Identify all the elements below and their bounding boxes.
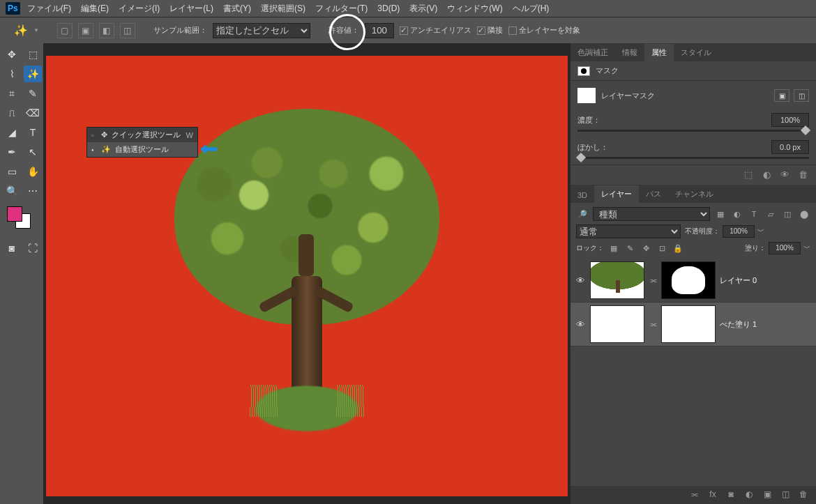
filter-image-icon[interactable]: ▦ (714, 208, 727, 220)
filter-adjust-icon[interactable]: ◐ (731, 208, 743, 220)
pixel-mask-button[interactable]: ▣ (774, 89, 789, 102)
brush-tool[interactable]: ✎ (24, 85, 42, 102)
group-icon[interactable]: ▣ (762, 489, 773, 501)
color-swatches[interactable] (3, 206, 42, 234)
layer-thumb[interactable] (590, 261, 644, 299)
foreground-swatch[interactable] (7, 206, 22, 222)
flyout-quick-select[interactable]: ○✥クイック選択ツールW (87, 128, 197, 142)
tolerance-input[interactable] (365, 23, 394, 38)
mask-thumb[interactable] (661, 261, 716, 299)
extra-tool[interactable]: ⋯ (24, 183, 42, 199)
visibility-toggle[interactable]: 👁 (575, 319, 586, 330)
feather-slider[interactable] (577, 157, 809, 159)
hand-tool[interactable]: ✋ (24, 163, 42, 180)
crop-tool[interactable]: ⌗ (3, 85, 21, 102)
menu-image[interactable]: イメージ(I) (119, 3, 160, 15)
quickmask-tool[interactable]: ◙ (3, 240, 21, 257)
layer-row[interactable]: 👁 ⫘ べた塗り 1 (571, 303, 816, 346)
screenmode-tool[interactable]: ⛶ (24, 240, 42, 257)
tab-info[interactable]: 情報 (615, 44, 644, 61)
feather-label: ぼかし： (577, 142, 615, 153)
filter-smart-icon[interactable]: ◫ (781, 208, 794, 220)
feather-value[interactable]: 0.0 px (771, 140, 809, 154)
density-value[interactable]: 100% (771, 113, 809, 127)
toggle-mask-icon[interactable]: 👁 (778, 169, 791, 181)
chevron-down-icon[interactable]: ▼ (33, 27, 39, 33)
visibility-toggle[interactable]: 👁 (575, 275, 586, 286)
tab-3d[interactable]: 3D (571, 188, 594, 203)
link-icon[interactable]: ⫘ (649, 276, 657, 284)
layer-row[interactable]: 👁 ⫘ レイヤー 0 (571, 259, 816, 303)
canvas-area: ○✥クイック選択ツールW ●✨自動選択ツール (43, 43, 571, 504)
canvas[interactable] (46, 56, 568, 496)
blend-mode-select[interactable]: 通常 (576, 224, 681, 238)
fill-value[interactable]: 100% (769, 242, 801, 254)
menu-file[interactable]: ファイル(F) (27, 3, 71, 15)
opacity-value[interactable]: 100% (723, 225, 755, 238)
link-icon[interactable]: ⫘ (649, 320, 657, 328)
tab-paths[interactable]: パス (639, 185, 668, 203)
search-icon: 🔎 (576, 208, 589, 220)
gradient-tool[interactable]: ◢ (3, 124, 21, 141)
menu-view[interactable]: 表示(V) (409, 3, 437, 15)
zoom-tool[interactable]: 🔍 (3, 183, 21, 199)
layer-name[interactable]: レイヤー 0 (720, 275, 757, 286)
flyout-magic-wand[interactable]: ●✨自動選択ツール (87, 142, 197, 157)
all-layers-checkbox[interactable]: 全レイヤーを対象 (508, 25, 580, 36)
menu-filter[interactable]: フィルター(T) (315, 3, 368, 15)
tab-properties[interactable]: 属性 (644, 44, 674, 61)
tab-layers[interactable]: レイヤー (594, 185, 639, 203)
lasso-tool[interactable]: ⌇ (3, 66, 21, 82)
layer-filter-select[interactable]: 種類 (593, 207, 710, 221)
layer-name[interactable]: べた塗り 1 (720, 319, 757, 330)
link-layers-icon[interactable]: ⫘ (689, 489, 700, 501)
eraser-tool[interactable]: ⌫ (24, 105, 42, 121)
select-mask-icon[interactable]: ⬚ (742, 169, 755, 181)
invert-mask-icon[interactable]: ◐ (760, 169, 773, 181)
delete-mask-icon[interactable]: 🗑 (796, 169, 809, 181)
menu-select[interactable]: 選択範囲(S) (261, 3, 305, 15)
magic-wand-tool[interactable]: ✨ (24, 66, 42, 82)
new-layer-icon[interactable]: ◫ (780, 489, 791, 501)
stamp-tool[interactable]: ⎍ (3, 105, 21, 121)
adjustment-icon[interactable]: ◐ (743, 489, 755, 501)
menu-help[interactable]: ヘルプ(H) (513, 3, 550, 15)
antialias-checkbox[interactable]: アンチエイリアス (400, 25, 471, 36)
new-selection-icon[interactable]: ▢ (57, 23, 73, 38)
lock-paint-icon[interactable]: ✎ (624, 242, 636, 254)
lock-pos-icon[interactable]: ✥ (640, 242, 652, 254)
menu-edit[interactable]: 編集(E) (81, 3, 109, 15)
mask-thumb[interactable] (661, 305, 716, 343)
filter-toggle-icon[interactable]: ⬤ (798, 208, 810, 220)
add-selection-icon[interactable]: ▣ (78, 23, 93, 38)
layermask-thumb[interactable] (577, 88, 596, 103)
sub-selection-icon[interactable]: ◧ (99, 23, 114, 38)
tab-channels[interactable]: チャンネル (668, 185, 720, 203)
add-mask-icon[interactable]: ◙ (725, 489, 736, 501)
sample-select[interactable]: 指定したピクセル (213, 23, 310, 38)
pen-tool[interactable]: ✒ (3, 144, 21, 160)
contiguous-checkbox[interactable]: 隣接 (477, 25, 503, 36)
filter-type-icon[interactable]: T (748, 208, 760, 220)
lock-trans-icon[interactable]: ▦ (607, 242, 620, 254)
type-tool[interactable]: T (24, 124, 42, 141)
vector-mask-button[interactable]: ◫ (794, 89, 809, 102)
filter-shape-icon[interactable]: ▱ (764, 208, 777, 220)
menu-layer[interactable]: レイヤー(L) (169, 3, 213, 15)
layer-thumb[interactable] (590, 305, 644, 343)
shape-tool[interactable]: ▭ (3, 163, 21, 180)
intersect-selection-icon[interactable]: ◫ (120, 23, 135, 38)
menu-3d[interactable]: 3D(D) (377, 3, 400, 13)
density-slider[interactable] (577, 130, 809, 132)
fx-icon[interactable]: fx (707, 489, 718, 501)
marquee-tool[interactable]: ⬚ (24, 46, 42, 63)
menu-window[interactable]: ウィンドウ(W) (447, 3, 502, 15)
menu-type[interactable]: 書式(Y) (223, 3, 251, 15)
path-tool[interactable]: ↖ (24, 144, 42, 160)
trash-icon[interactable]: 🗑 (798, 489, 809, 501)
lock-all-icon[interactable]: 🔒 (672, 242, 684, 254)
move-tool[interactable]: ✥ (3, 46, 21, 63)
lock-artb-icon[interactable]: ⊡ (656, 242, 668, 254)
tab-styles[interactable]: スタイル (674, 44, 718, 61)
tab-adjustments[interactable]: 色調補正 (571, 44, 615, 61)
